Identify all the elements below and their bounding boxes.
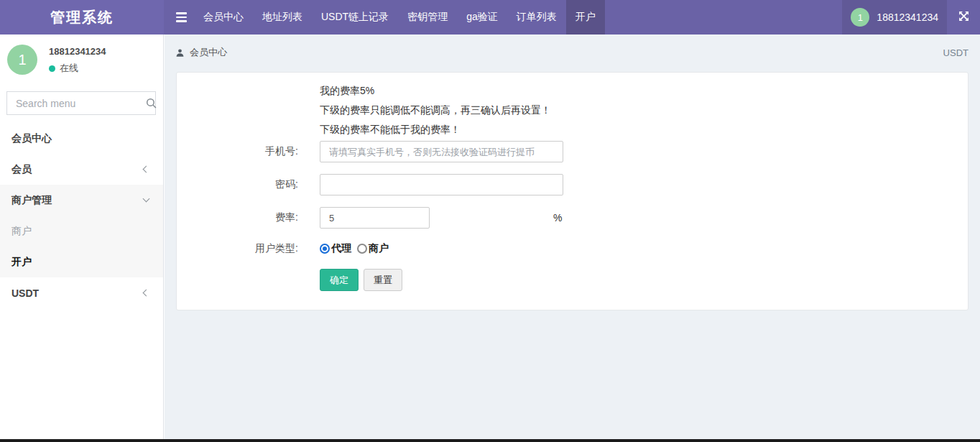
online-status-dot bbox=[49, 65, 55, 72]
chevron-down-icon bbox=[143, 195, 150, 203]
sidebar-item-members[interactable]: 会员 bbox=[0, 154, 163, 185]
nav-item-key-management[interactable]: 密钥管理 bbox=[398, 0, 457, 34]
nav-item-ga-verify[interactable]: ga验证 bbox=[457, 0, 507, 34]
sidebar: 1 18812341234 在线 会员中心 bbox=[0, 34, 164, 439]
brand-title: 管理系统 bbox=[0, 0, 164, 34]
sidebar-search bbox=[6, 91, 156, 115]
nav-item-usdt-chain-records[interactable]: USDT链上记录 bbox=[312, 0, 398, 34]
avatar: 1 bbox=[7, 45, 37, 75]
rate-input[interactable] bbox=[320, 207, 430, 229]
radio-merchant[interactable] bbox=[357, 244, 367, 254]
user-type-label: 用户类型: bbox=[177, 242, 298, 255]
password-label: 密码: bbox=[177, 178, 298, 191]
user-icon bbox=[176, 49, 184, 57]
navbar-user-menu[interactable]: 1 18812341234 bbox=[842, 0, 947, 34]
expand-arrows-icon bbox=[958, 11, 969, 24]
radio-merchant-label[interactable]: 商户 bbox=[369, 242, 389, 255]
phone-input[interactable] bbox=[320, 141, 563, 162]
breadcrumb-right-label: USDT bbox=[943, 47, 969, 58]
breadcrumb-title: 会员中心 bbox=[190, 46, 227, 59]
nav-item-open-account[interactable]: 开户 bbox=[566, 0, 605, 34]
bottom-edge-bar bbox=[0, 439, 980, 442]
password-row: 密码: bbox=[177, 174, 968, 195]
sidebar-item-member-center[interactable]: 会员中心 bbox=[0, 123, 163, 154]
navbar-menu: 会员中心 地址列表 USDT链上记录 密钥管理 ga验证 订单列表 开户 1 1… bbox=[164, 0, 980, 34]
sidebar-group-merchant-management: 商户管理 商户 开户 bbox=[0, 185, 163, 277]
sidebar-item-open-account[interactable]: 开户 bbox=[0, 247, 163, 277]
rate-label: 费率: bbox=[177, 211, 298, 224]
phone-label: 手机号: bbox=[177, 145, 298, 158]
radio-agent-label[interactable]: 代理 bbox=[331, 242, 351, 255]
sidebar-item-merchant[interactable]: 商户 bbox=[0, 216, 163, 247]
buttons-row: 确定 重置 bbox=[177, 269, 968, 291]
chevron-left-icon bbox=[143, 290, 150, 297]
navbar-user-phone: 18812341234 bbox=[877, 11, 938, 23]
fullscreen-button[interactable] bbox=[947, 0, 980, 34]
open-account-form-panel: 我的费率5% 下级的费率只能调低不能调高，再三确认后再设置！ 下级的费率不能低于… bbox=[176, 72, 969, 310]
password-input[interactable] bbox=[320, 174, 563, 195]
sidebar-item-usdt[interactable]: USDT bbox=[0, 277, 163, 308]
notice-my-rate: 我的费率5% bbox=[320, 81, 968, 101]
profile-phone: 18812341234 bbox=[49, 46, 106, 57]
nav-item-address-list[interactable]: 地址列表 bbox=[253, 0, 312, 34]
nav-item-order-list[interactable]: 订单列表 bbox=[507, 0, 566, 34]
rate-notices: 我的费率5% 下级的费率只能调低不能调高，再三确认后再设置！ 下级的费率不能低于… bbox=[320, 81, 968, 139]
radio-agent[interactable] bbox=[320, 244, 330, 254]
status-label: 在线 bbox=[60, 62, 78, 75]
sidebar-menu: 会员中心 会员 商户管理 商户 开户 USDT bbox=[0, 123, 163, 308]
navbar-right: 1 18812341234 bbox=[842, 0, 980, 34]
reset-button[interactable]: 重置 bbox=[364, 269, 402, 291]
chevron-left-icon bbox=[143, 166, 150, 173]
profile-status: 在线 bbox=[49, 62, 106, 75]
phone-row: 手机号: bbox=[177, 141, 968, 162]
search-icon[interactable] bbox=[146, 98, 157, 109]
sidebar-item-merchant-management[interactable]: 商户管理 bbox=[0, 185, 163, 216]
main-content: 会员中心 USDT 我的费率5% 下级的费率只能调低不能调高，再三确认后再设置！… bbox=[165, 34, 980, 439]
rate-row: 费率: % bbox=[177, 207, 968, 229]
notice-rate-rule-1: 下级的费率只能调低不能调高，再三确认后再设置！ bbox=[320, 101, 968, 120]
user-type-row: 用户类型: 代理 商户 bbox=[177, 240, 968, 257]
hamburger-icon[interactable] bbox=[164, 0, 194, 34]
submit-button[interactable]: 确定 bbox=[320, 269, 359, 291]
breadcrumb: 会员中心 USDT bbox=[165, 34, 980, 70]
avatar: 1 bbox=[851, 8, 869, 27]
notice-rate-rule-2: 下级的费率不能低于我的费率！ bbox=[320, 120, 968, 139]
nav-item-member-center[interactable]: 会员中心 bbox=[194, 0, 253, 34]
sidebar-profile: 1 18812341234 在线 bbox=[0, 34, 163, 75]
top-navbar: 管理系统 会员中心 地址列表 USDT链上记录 密钥管理 ga验证 订单列表 开… bbox=[0, 0, 980, 34]
search-input[interactable] bbox=[16, 98, 146, 109]
page: 管理系统 会员中心 地址列表 USDT链上记录 密钥管理 ga验证 订单列表 开… bbox=[0, 0, 980, 442]
percent-suffix: % bbox=[553, 212, 562, 224]
